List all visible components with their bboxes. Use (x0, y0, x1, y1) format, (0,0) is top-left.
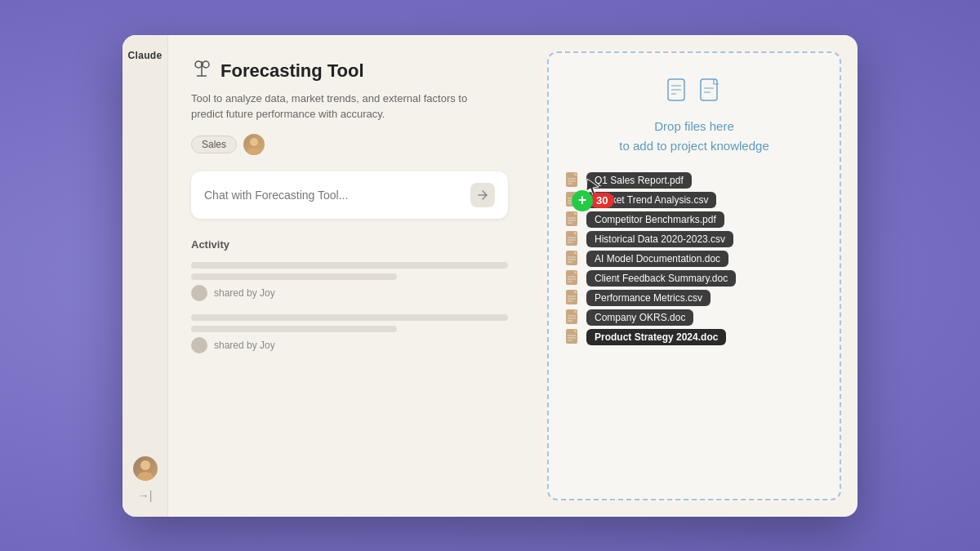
drop-text: Drop files here to add to project knowle… (619, 117, 768, 156)
file-icon (565, 290, 581, 306)
svg-rect-12 (701, 79, 717, 100)
tool-title: Forecasting Tool (220, 60, 364, 82)
file-list-item[interactable]: Market Trend Analysis.csv (565, 192, 823, 208)
file-list-item[interactable]: Q1 Sales Report.pdf (565, 172, 823, 189)
activity-item: shared by Joy (191, 262, 508, 301)
shared-avatar (191, 285, 207, 301)
drop-panel[interactable]: Drop files here to add to project knowle… (547, 51, 841, 500)
file-icon (565, 172, 581, 189)
file-badge[interactable]: AI Model Documentation.doc (586, 251, 728, 267)
file-list-item[interactable]: Company OKRS.doc (565, 309, 823, 326)
left-sidebar: Claude →| (122, 35, 168, 517)
activity-bar-short (191, 326, 397, 332)
svg-point-2 (195, 61, 202, 68)
file-badge[interactable]: Historical Data 2020-2023.csv (586, 231, 733, 247)
file-list-item[interactable]: Historical Data 2020-2023.csv (565, 231, 823, 247)
main-content: Forecasting Tool Tool to analyze data, m… (168, 35, 531, 517)
file-badge[interactable]: Market Trend Analysis.csv (586, 192, 716, 208)
file-list-item[interactable]: AI Model Documentation.doc (565, 251, 823, 267)
file-icon (565, 231, 581, 247)
svg-point-6 (250, 138, 258, 146)
tool-header: Forecasting Tool (191, 58, 508, 84)
activity-bar-short (191, 273, 397, 280)
activity-label: Activity (191, 238, 508, 251)
tool-icon (191, 58, 212, 84)
file-icon (565, 211, 581, 228)
svg-point-3 (203, 61, 209, 68)
file-list-item[interactable]: Client Feedback Summary.doc (565, 270, 823, 287)
avatar[interactable] (133, 456, 158, 481)
chat-input[interactable] (204, 189, 462, 202)
activity-item: shared by Joy (191, 314, 508, 353)
send-button[interactable] (470, 183, 495, 207)
file-icon (565, 329, 581, 345)
file-badge[interactable]: Client Feedback Summary.doc (586, 270, 736, 287)
file-icon (565, 270, 581, 287)
svg-point-0 (140, 460, 150, 470)
shared-avatar (191, 337, 207, 353)
chat-input-wrapper (191, 171, 508, 219)
activity-bar (191, 262, 508, 269)
file-icon (565, 309, 581, 326)
activity-shared: shared by Joy (191, 285, 508, 301)
collapse-button[interactable]: →| (138, 489, 153, 502)
file-badge[interactable]: Performance Metrics.csv (586, 290, 710, 306)
file-badge[interactable]: Q1 Sales Report.pdf (586, 172, 692, 189)
activity-shared: shared by Joy (191, 337, 508, 353)
file-icon (565, 251, 581, 267)
file-badge[interactable]: Product Strategy 2024.doc (586, 329, 726, 345)
svg-point-7 (247, 148, 261, 155)
tool-tags: Sales (191, 134, 508, 155)
shared-label: shared by Joy (214, 340, 275, 351)
file-list-item[interactable]: Product Strategy 2024.doc (565, 329, 823, 345)
app-logo: Claude (128, 50, 163, 61)
app-window: Claude →| Forecasting Tool (122, 35, 858, 517)
shared-label: shared by Joy (214, 287, 275, 299)
svg-point-1 (137, 472, 154, 481)
sales-tag[interactable]: Sales (191, 136, 237, 153)
file-badge[interactable]: Competitor Benchmarks.pdf (586, 211, 724, 228)
activity-list: shared by Joy shared by Joy (191, 262, 508, 353)
tool-description: Tool to analyze data, market trends, and… (191, 91, 501, 122)
user-avatar-tag (243, 134, 265, 155)
activity-bar (191, 314, 508, 321)
drop-icons (666, 78, 722, 104)
file-list: Q1 Sales Report.pdf Market Trend Analysi… (565, 172, 823, 345)
file-icon (565, 192, 581, 208)
file-list-item[interactable]: Competitor Benchmarks.pdf (565, 211, 823, 228)
file-badge[interactable]: Company OKRS.doc (586, 309, 693, 326)
file-list-item[interactable]: Performance Metrics.csv (565, 290, 823, 306)
